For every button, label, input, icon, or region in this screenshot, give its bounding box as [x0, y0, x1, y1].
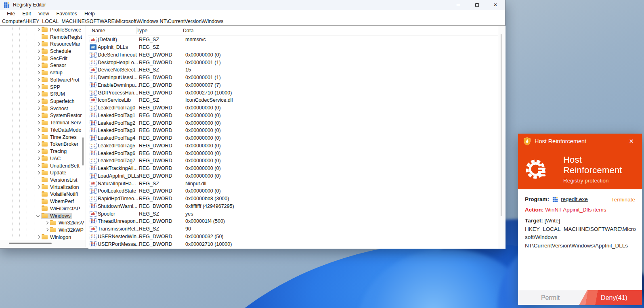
menu-help[interactable]: Help	[81, 11, 99, 17]
chevron-right-icon[interactable]	[36, 149, 41, 154]
tree-item-volatilenotifi[interactable]: VolatileNotifi	[0, 191, 86, 198]
tree-item-wifidirectap[interactable]: WiFiDirectAP	[0, 205, 86, 212]
terminate-link[interactable]: Terminate	[611, 197, 635, 203]
registry-value-row-leakedpooltag7[interactable]: 011110LeakedPoolTag7REG_DWORD0x00000000 …	[88, 157, 498, 165]
chevron-right-icon[interactable]	[36, 113, 41, 118]
tree-item-win32kwp[interactable]: Win32kWP	[0, 226, 86, 234]
registry-value-row-leaktrackingall[interactable]: 011110LeakTrackingAll...REG_DWORD0x00000…	[88, 165, 498, 172]
registry-value-row-appinit-dlls[interactable]: abAppInit_DLLsREG_SZ	[88, 44, 498, 51]
registry-value-row-spooler[interactable]: abSpoolerREG_SZyes	[88, 210, 498, 218]
tree-horizontal-scrollbar-thumb[interactable]	[9, 243, 52, 244]
chevron-right-icon[interactable]	[36, 134, 41, 140]
chevron-right-icon[interactable]	[36, 63, 41, 68]
registry-value-row-usernestedwin[interactable]: 011110USERNestedWin...REG_DWORD0x0000003…	[88, 233, 498, 241]
tree-item-softwareprot[interactable]: SoftwareProt	[0, 76, 86, 84]
tree-item-tokenbroker[interactable]: TokenBroker	[0, 141, 86, 148]
chevron-down-icon[interactable]	[36, 213, 41, 218]
registry-value-row-loadappinit-dlls[interactable]: 011110LoadAppInit_DLLsREG_DWORD0x0000000…	[88, 172, 498, 180]
column-header-data[interactable]: Data	[183, 28, 498, 34]
chevron-right-icon[interactable]	[36, 235, 41, 240]
chevron-right-icon[interactable]	[36, 42, 41, 47]
maximize-icon[interactable]	[468, 0, 486, 10]
tree-item-tracing[interactable]: Tracing	[0, 148, 86, 155]
registry-value-row-leakedpooltag2[interactable]: 011110LeakedPoolTag2REG_DWORD0x00000000 …	[88, 119, 498, 127]
registry-value-row-leakedpooltag4[interactable]: 011110LeakedPoolTag4REG_DWORD0x00000000 …	[88, 134, 498, 142]
tree-item-srum[interactable]: SRUM	[0, 90, 86, 98]
tree-item-update[interactable]: Update	[0, 169, 86, 176]
tree-item-spp[interactable]: SPP	[0, 84, 86, 91]
chevron-right-icon[interactable]	[36, 184, 41, 190]
registry-value-row-desktopheaplo[interactable]: 011110DesktopHeapLo...REG_DWORD0x0000000…	[88, 59, 498, 66]
close-icon[interactable]	[486, 0, 505, 10]
registry-value-row-iconservicelib[interactable]: abIconServiceLibREG_SZIconCodecService.d…	[88, 96, 498, 104]
tree-vertical-scrollbar[interactable]	[82, 137, 84, 166]
deny-button[interactable]: Deny(41)	[579, 290, 642, 305]
permit-button[interactable]: Permit	[518, 290, 583, 305]
menu-favorites[interactable]: Favorites	[53, 11, 81, 17]
program-name-link[interactable]: regedit.exe	[561, 196, 588, 202]
title-bar[interactable]: Registry Editor	[0, 0, 505, 10]
column-header-name[interactable]: Name	[92, 28, 136, 34]
registry-value-row-default[interactable]: ab(Default)REG_SZmnmsrvc	[88, 36, 498, 44]
chevron-right-icon[interactable]	[36, 70, 41, 75]
tree-item-versionslist[interactable]: VersionsList	[0, 176, 86, 184]
tree-item-windows[interactable]: Windows	[0, 212, 86, 220]
menu-file[interactable]: File	[3, 11, 19, 17]
chevron-right-icon[interactable]	[44, 227, 49, 233]
tree-item-resourcemar[interactable]: ResourceMar	[0, 40, 86, 48]
registry-value-row-threadunrespon[interactable]: 011110ThreadUnrespon...REG_DWORD0x000001…	[88, 218, 498, 225]
registry-value-row-poolleakedstate[interactable]: 011110PoolLeakedStateREG_DWORD0x00000000…	[88, 187, 498, 195]
tree-item-tiledatamode[interactable]: TileDataMode	[0, 126, 86, 134]
tree-item-sensor[interactable]: Sensor	[0, 62, 86, 69]
popup-close-icon[interactable]: ✕	[626, 137, 636, 146]
tree-item-unattendsett[interactable]: UnattendSett	[0, 162, 86, 170]
registry-value-row-leakedpooltag0[interactable]: 011110LeakedPoolTag0REG_DWORD0x00000000 …	[88, 104, 498, 112]
registry-value-row-enabledwminpu[interactable]: 011110EnableDwmInpu...REG_DWORD0x0000000…	[88, 82, 498, 89]
chevron-right-icon[interactable]	[36, 163, 41, 168]
registry-value-row-naturalinputha[interactable]: abNaturalInputHa...REG_SZNinput.dll	[88, 180, 498, 187]
tree-item-secedit[interactable]: SecEdit	[0, 55, 86, 62]
chevron-right-icon[interactable]	[36, 77, 41, 82]
menu-edit[interactable]: Edit	[19, 11, 35, 17]
list-vertical-scrollbar-thumb[interactable]	[501, 34, 501, 216]
tree-item-schedule[interactable]: Schedule	[0, 48, 86, 55]
chevron-right-icon[interactable]	[36, 142, 41, 147]
tree-item-profileservice[interactable]: ProfileService	[0, 26, 86, 34]
tree-item-virtualization[interactable]: Virtualization	[0, 184, 86, 191]
tree-item-win32knsv[interactable]: Win32knsV	[0, 219, 86, 226]
registry-value-row-gdiprocesshan[interactable]: 011110GDIProcessHan...REG_DWORD0x0000271…	[88, 89, 498, 96]
chevron-right-icon[interactable]	[36, 156, 41, 161]
address-bar[interactable]: Computer\HKEY_LOCAL_MACHINE\SOFTWARE\Mic…	[0, 17, 505, 26]
registry-value-row-devicenotselect[interactable]: abDeviceNotSelect...REG_SZ15	[88, 66, 498, 74]
minimize-icon[interactable]	[449, 0, 468, 10]
chevron-right-icon[interactable]	[36, 127, 41, 132]
chevron-right-icon[interactable]	[36, 56, 41, 61]
chevron-right-icon[interactable]	[36, 49, 41, 54]
chevron-right-icon[interactable]	[36, 27, 41, 32]
tree-item-time-zones[interactable]: Time Zones	[0, 134, 86, 141]
chevron-right-icon[interactable]	[36, 106, 41, 111]
tree-item-wbemperf[interactable]: WbemPerf	[0, 198, 86, 205]
registry-value-row-userportmessa[interactable]: 011110USERPortMessa...REG_DWORD0x0000271…	[88, 240, 498, 248]
tree-item-terminal-serv[interactable]: Terminal Serv	[0, 119, 86, 126]
registry-value-row-leakedpooltag1[interactable]: 011110LeakedPoolTag1REG_DWORD0x00000000 …	[88, 112, 498, 119]
column-divider[interactable]	[184, 27, 184, 34]
menu-view[interactable]: View	[35, 11, 53, 17]
tree-item-systemrestor[interactable]: SystemRestor	[0, 112, 86, 119]
tree-item-uac[interactable]: UAC	[0, 155, 86, 162]
registry-value-row-leakedpooltag5[interactable]: 011110LeakedPoolTag5REG_DWORD0x00000000 …	[88, 142, 498, 150]
registry-value-row-transmissionret[interactable]: abTransmissionRet...REG_SZ90	[88, 225, 498, 233]
chevron-right-icon[interactable]	[36, 84, 41, 90]
chevron-right-icon[interactable]	[36, 170, 41, 176]
column-divider[interactable]	[136, 27, 137, 34]
chevron-right-icon[interactable]	[36, 99, 41, 104]
chevron-right-icon[interactable]	[44, 220, 49, 226]
chevron-right-icon[interactable]	[36, 120, 41, 126]
column-header-type[interactable]: Type	[136, 28, 183, 34]
column-divider[interactable]	[297, 27, 297, 34]
tree-item-svchost[interactable]: Svchost	[0, 105, 86, 112]
registry-value-row-shutdownwarni[interactable]: 011110ShutdownWarni...REG_DWORD0xfffffff…	[88, 203, 498, 210]
tree-item-superfetch[interactable]: Superfetch	[0, 98, 86, 105]
registry-value-row-leakedpooltag3[interactable]: 011110LeakedPoolTag3REG_DWORD0x00000000 …	[88, 127, 498, 134]
registry-value-row-rapidhpdtimeo[interactable]: 011110RapidHpdTimeo...REG_DWORD0x00000bb…	[88, 195, 498, 203]
